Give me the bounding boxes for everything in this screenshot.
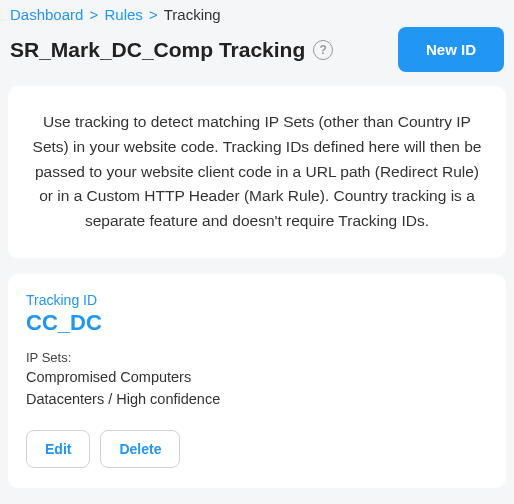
- ipsets-item: Datacenters / High confidence: [26, 389, 488, 411]
- breadcrumb-separator: >: [90, 6, 99, 23]
- description-text: Use tracking to detect matching IP Sets …: [33, 113, 482, 229]
- help-icon[interactable]: ?: [313, 40, 333, 60]
- breadcrumb-link-dashboard[interactable]: Dashboard: [10, 6, 83, 23]
- tracking-id-label: Tracking ID: [26, 292, 488, 308]
- breadcrumb-link-rules[interactable]: Rules: [105, 6, 143, 23]
- page-title-wrap: SR_Mark_DC_Comp Tracking ?: [10, 38, 333, 62]
- breadcrumb: Dashboard > Rules > Tracking: [0, 0, 514, 27]
- ipsets-label: IP Sets:: [26, 350, 488, 365]
- edit-button[interactable]: Edit: [26, 430, 90, 468]
- description-card: Use tracking to detect matching IP Sets …: [8, 86, 506, 258]
- tracking-id-card: Tracking ID CC_DC IP Sets: Compromised C…: [8, 274, 506, 489]
- delete-button[interactable]: Delete: [100, 430, 180, 468]
- ipsets-item: Compromised Computers: [26, 367, 488, 389]
- tracking-id-value: CC_DC: [26, 310, 488, 336]
- breadcrumb-separator: >: [149, 6, 158, 23]
- page-title: SR_Mark_DC_Comp Tracking: [10, 38, 305, 62]
- page-header: SR_Mark_DC_Comp Tracking ? New ID: [0, 27, 514, 86]
- new-id-button[interactable]: New ID: [398, 27, 504, 72]
- breadcrumb-current: Tracking: [164, 6, 221, 23]
- card-actions: Edit Delete: [26, 430, 488, 468]
